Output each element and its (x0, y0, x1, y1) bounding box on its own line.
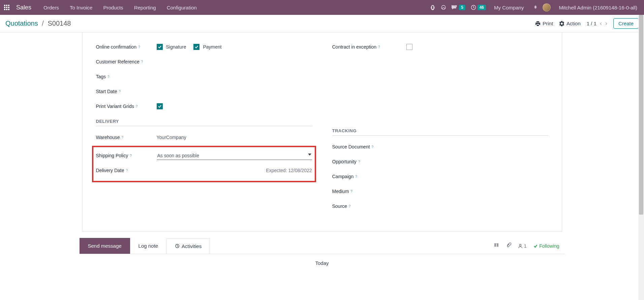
user-icon (518, 244, 523, 248)
help-icon[interactable]: ? (355, 175, 357, 179)
action-right: Print Action 1 / 1 ‹ › Create (535, 18, 639, 29)
navbar-left: Sales Orders To Invoice Products Reporti… (4, 4, 200, 11)
svg-point-2 (455, 5, 457, 7)
svg-point-5 (519, 244, 521, 246)
chevron-down-icon (308, 154, 311, 156)
chatter-tabs: Send message Log note Activities 1 Follo… (80, 238, 565, 254)
gear-icon (559, 21, 564, 26)
contract-in-exception-label: Contract in exception? (332, 44, 406, 50)
customer-reference-label: Customer Reference? (96, 59, 157, 64)
user-name[interactable]: Mitchell Admin (21609148-16-0-all) (556, 5, 640, 10)
messages-badge: 5 (459, 5, 465, 10)
action-button[interactable]: Action (559, 21, 581, 26)
warehouse-value[interactable]: YourCompany (157, 135, 312, 140)
nav-to-invoice[interactable]: To Invoice (67, 5, 95, 10)
send-message-tab[interactable]: Send message (80, 238, 130, 254)
book-icon[interactable] (494, 243, 499, 249)
check-icon (533, 244, 538, 248)
tags-label: Tags? (96, 74, 157, 79)
print-variant-grids-label: Print Variant Grids? (96, 104, 157, 109)
medium-label: Medium? (332, 189, 393, 194)
company-switcher[interactable]: My Company (491, 5, 526, 10)
form-wrap: Online confirmation? Signature Payment C… (80, 32, 565, 232)
form-sheet: Online confirmation? Signature Payment C… (82, 32, 562, 232)
apps-grid-icon[interactable] (4, 5, 9, 10)
delivery-section-title: DELIVERY (96, 119, 312, 126)
tracking-section-title: TRACKING (332, 128, 548, 136)
breadcrumb-root[interactable]: Quotations (5, 20, 38, 27)
contract-in-exception-checkbox[interactable] (406, 44, 412, 50)
help-icon[interactable]: ? (126, 169, 128, 172)
online-confirmation-label: Online confirmation? (96, 44, 157, 50)
highlighted-region: Shipping Policy? As soon as possible Del… (92, 146, 316, 182)
navbar-right: 5 46 My Company Mitchell Admin (21609148… (430, 3, 640, 11)
shipping-policy-select[interactable]: As soon as possible (157, 152, 312, 160)
campaign-label: Campaign? (332, 174, 393, 179)
source-label: Source? (332, 203, 393, 209)
source-document-label: Source Document? (332, 144, 393, 149)
activities-badge: 46 (478, 5, 486, 10)
pager: 1 / 1 ‹ › (587, 20, 607, 27)
debug-icon[interactable] (430, 5, 435, 10)
help-icon[interactable]: ? (349, 204, 351, 208)
activities-tab[interactable]: Activities (166, 238, 210, 254)
payment-checkbox[interactable] (193, 44, 200, 50)
help-icon[interactable]: ? (108, 75, 110, 79)
help-icon[interactable]: ? (119, 90, 121, 93)
followers-count[interactable]: 1 (518, 243, 527, 249)
scrollbar[interactable] (638, 15, 644, 273)
help-icon[interactable]: ? (130, 154, 132, 158)
help-icon[interactable]: ? (358, 160, 360, 164)
messages-icon[interactable]: 5 (452, 5, 465, 10)
delivery-date-label: Delivery Date? (96, 168, 157, 173)
log-note-tab[interactable]: Log note (130, 238, 166, 254)
pager-text: 1 / 1 (587, 21, 596, 26)
chatter-today-header: Today (315, 260, 329, 266)
start-date-label: Start Date? (96, 89, 157, 94)
clock-icon (175, 244, 180, 248)
nav-configuration[interactable]: Configuration (164, 5, 200, 10)
signature-label: Signature (166, 44, 186, 50)
payment-label: Payment (203, 44, 221, 50)
warehouse-label: Warehouse? (96, 135, 157, 140)
chatter-body: Today (80, 254, 565, 273)
app-brand[interactable]: Sales (16, 4, 31, 11)
print-button[interactable]: Print (535, 21, 553, 26)
activities-icon[interactable]: 46 (471, 5, 486, 10)
help-icon[interactable]: ? (136, 105, 138, 108)
help-icon[interactable]: ? (372, 145, 374, 149)
nav-products[interactable]: Products (100, 5, 126, 10)
breadcrumb: Quotations / S00148 (5, 20, 71, 27)
support-icon[interactable] (441, 5, 446, 10)
help-icon[interactable]: ? (378, 45, 380, 49)
pager-prev-icon[interactable]: ‹ (600, 20, 602, 27)
help-icon[interactable]: ? (350, 190, 352, 193)
nav-orders[interactable]: Orders (41, 5, 62, 10)
help-icon[interactable]: ? (138, 45, 140, 49)
left-column: Online confirmation? Signature Payment C… (96, 40, 312, 215)
breadcrumb-current: S00148 (48, 20, 71, 27)
right-column: Contract in exception? TRACKING Source D… (332, 40, 548, 215)
help-icon[interactable]: ? (141, 60, 143, 64)
print-variant-grids-checkbox[interactable] (157, 103, 163, 109)
following-button[interactable]: Following (533, 243, 559, 249)
delivery-date-expected: Expected: 12/08/2022 (157, 168, 312, 173)
attachment-icon[interactable] (506, 243, 511, 249)
user-avatar[interactable] (543, 3, 551, 11)
print-icon (535, 21, 541, 26)
main-navbar: Sales Orders To Invoice Products Reporti… (0, 0, 644, 15)
action-bar: Quotations / S00148 Print Action 1 / 1 ‹… (0, 15, 644, 32)
pager-next-icon[interactable]: › (605, 20, 607, 27)
shipping-policy-label: Shipping Policy? (96, 153, 157, 158)
svg-point-0 (441, 5, 446, 9)
create-button[interactable]: Create (613, 18, 639, 29)
help-icon[interactable]: ? (122, 136, 124, 139)
tools-icon[interactable] (532, 5, 537, 10)
opportunity-label: Opportunity? (332, 159, 393, 164)
signature-checkbox[interactable] (157, 44, 163, 50)
breadcrumb-separator: / (42, 20, 44, 27)
nav-reporting[interactable]: Reporting (131, 5, 159, 10)
chatter-right: 1 Following (494, 243, 565, 249)
